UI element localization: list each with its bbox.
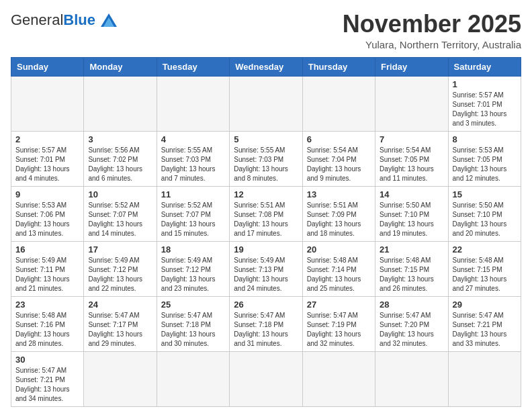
day-number: 12 (234, 189, 298, 199)
calendar-cell: 23Sunrise: 5:48 AM Sunset: 7:16 PM Dayli… (11, 296, 84, 351)
day-info: Sunrise: 5:49 AM Sunset: 7:12 PM Dayligh… (161, 256, 225, 293)
calendar-cell: 7Sunrise: 5:54 AM Sunset: 7:05 PM Daylig… (375, 131, 448, 186)
calendar-cell: 27Sunrise: 5:47 AM Sunset: 7:19 PM Dayli… (302, 296, 375, 351)
calendar-cell: 20Sunrise: 5:48 AM Sunset: 7:14 PM Dayli… (302, 241, 375, 296)
calendar-cell: 4Sunrise: 5:55 AM Sunset: 7:03 PM Daylig… (157, 131, 229, 186)
day-number: 24 (88, 300, 152, 310)
calendar-cell: 14Sunrise: 5:50 AM Sunset: 7:10 PM Dayli… (375, 186, 448, 241)
day-number: 13 (307, 189, 371, 199)
day-number: 22 (453, 244, 517, 255)
calendar-week-row: 23Sunrise: 5:48 AM Sunset: 7:16 PM Dayli… (11, 296, 521, 351)
calendar-cell: 28Sunrise: 5:47 AM Sunset: 7:20 PM Dayli… (375, 296, 448, 351)
day-info: Sunrise: 5:48 AM Sunset: 7:16 PM Dayligh… (15, 311, 79, 349)
logo-icon (98, 11, 120, 30)
day-info: Sunrise: 5:48 AM Sunset: 7:15 PM Dayligh… (380, 256, 443, 293)
calendar-header-monday: Monday (84, 57, 157, 76)
subtitle: Yulara, Northern Territory, Australia (343, 39, 521, 50)
calendar-header-tuesday: Tuesday (157, 57, 229, 76)
day-info: Sunrise: 5:56 AM Sunset: 7:02 PM Dayligh… (88, 146, 152, 183)
calendar-cell (375, 351, 448, 406)
day-info: Sunrise: 5:47 AM Sunset: 7:20 PM Dayligh… (380, 311, 443, 349)
day-info: Sunrise: 5:55 AM Sunset: 7:03 PM Dayligh… (161, 146, 225, 183)
calendar-cell (11, 76, 84, 131)
day-info: Sunrise: 5:47 AM Sunset: 7:18 PM Dayligh… (234, 311, 298, 349)
day-info: Sunrise: 5:53 AM Sunset: 7:06 PM Dayligh… (15, 201, 79, 238)
calendar-cell: 3Sunrise: 5:56 AM Sunset: 7:02 PM Daylig… (84, 131, 157, 186)
title-area: November 2025 Yulara, Northern Territory… (343, 11, 521, 50)
day-number: 8 (453, 134, 517, 144)
calendar-cell: 9Sunrise: 5:53 AM Sunset: 7:06 PM Daylig… (11, 186, 84, 241)
calendar-cell (302, 76, 375, 131)
day-info: Sunrise: 5:50 AM Sunset: 7:10 PM Dayligh… (453, 201, 517, 238)
day-info: Sunrise: 5:47 AM Sunset: 7:18 PM Dayligh… (161, 311, 225, 349)
day-info: Sunrise: 5:47 AM Sunset: 7:21 PM Dayligh… (453, 311, 517, 349)
day-info: Sunrise: 5:54 AM Sunset: 7:05 PM Dayligh… (380, 146, 443, 183)
header: GeneralBlue November 2025 Yulara, Northe… (11, 11, 521, 50)
calendar-cell: 12Sunrise: 5:51 AM Sunset: 7:08 PM Dayli… (230, 186, 302, 241)
calendar-cell (230, 351, 302, 406)
calendar-week-row: 2Sunrise: 5:57 AM Sunset: 7:01 PM Daylig… (11, 131, 521, 186)
day-info: Sunrise: 5:50 AM Sunset: 7:10 PM Dayligh… (380, 201, 443, 238)
calendar-week-row: 1Sunrise: 5:57 AM Sunset: 7:01 PM Daylig… (11, 76, 521, 131)
calendar-cell: 19Sunrise: 5:49 AM Sunset: 7:13 PM Dayli… (230, 241, 302, 296)
day-number: 30 (15, 355, 79, 365)
day-info: Sunrise: 5:52 AM Sunset: 7:07 PM Dayligh… (161, 201, 225, 238)
calendar-week-row: 16Sunrise: 5:49 AM Sunset: 7:11 PM Dayli… (11, 241, 521, 296)
day-number: 6 (307, 134, 371, 144)
day-info: Sunrise: 5:49 AM Sunset: 7:11 PM Dayligh… (15, 256, 79, 293)
day-number: 10 (88, 189, 152, 199)
day-info: Sunrise: 5:54 AM Sunset: 7:04 PM Dayligh… (307, 146, 371, 183)
day-info: Sunrise: 5:49 AM Sunset: 7:12 PM Dayligh… (88, 256, 152, 293)
calendar-cell (84, 351, 157, 406)
calendar-cell (84, 76, 157, 131)
calendar-cell: 29Sunrise: 5:47 AM Sunset: 7:21 PM Dayli… (448, 296, 521, 351)
day-number: 21 (380, 244, 443, 255)
day-number: 4 (161, 134, 225, 144)
calendar-cell: 18Sunrise: 5:49 AM Sunset: 7:12 PM Dayli… (157, 241, 229, 296)
day-number: 1 (453, 79, 517, 89)
calendar-header-wednesday: Wednesday (230, 57, 302, 76)
logo-blue-text: Blue (63, 11, 95, 29)
day-number: 5 (234, 134, 298, 144)
calendar-cell: 26Sunrise: 5:47 AM Sunset: 7:18 PM Dayli… (230, 296, 302, 351)
calendar-cell: 11Sunrise: 5:52 AM Sunset: 7:07 PM Dayli… (157, 186, 229, 241)
calendar-cell: 16Sunrise: 5:49 AM Sunset: 7:11 PM Dayli… (11, 241, 84, 296)
day-number: 2 (15, 134, 79, 144)
calendar-cell: 1Sunrise: 5:57 AM Sunset: 7:01 PM Daylig… (448, 76, 521, 131)
day-number: 23 (15, 300, 79, 310)
calendar-cell: 15Sunrise: 5:50 AM Sunset: 7:10 PM Dayli… (448, 186, 521, 241)
day-info: Sunrise: 5:51 AM Sunset: 7:09 PM Dayligh… (307, 201, 371, 238)
calendar-cell (302, 351, 375, 406)
day-number: 25 (161, 300, 225, 310)
month-title: November 2025 (343, 11, 521, 38)
day-info: Sunrise: 5:47 AM Sunset: 7:19 PM Dayligh… (307, 311, 371, 349)
day-info: Sunrise: 5:52 AM Sunset: 7:07 PM Dayligh… (88, 201, 152, 238)
calendar-cell (375, 76, 448, 131)
calendar-header-thursday: Thursday (302, 57, 375, 76)
day-number: 29 (453, 300, 517, 310)
calendar-cell: 22Sunrise: 5:48 AM Sunset: 7:15 PM Dayli… (448, 241, 521, 296)
day-number: 17 (88, 244, 152, 255)
day-info: Sunrise: 5:57 AM Sunset: 7:01 PM Dayligh… (15, 146, 79, 183)
day-info: Sunrise: 5:48 AM Sunset: 7:15 PM Dayligh… (453, 256, 517, 293)
day-number: 9 (15, 189, 79, 199)
calendar-cell: 30Sunrise: 5:47 AM Sunset: 7:21 PM Dayli… (11, 351, 84, 406)
calendar-cell: 2Sunrise: 5:57 AM Sunset: 7:01 PM Daylig… (11, 131, 84, 186)
day-info: Sunrise: 5:47 AM Sunset: 7:17 PM Dayligh… (88, 311, 152, 349)
calendar-week-row: 30Sunrise: 5:47 AM Sunset: 7:21 PM Dayli… (11, 351, 521, 406)
day-number: 20 (307, 244, 371, 255)
calendar-header-friday: Friday (375, 57, 448, 76)
day-info: Sunrise: 5:55 AM Sunset: 7:03 PM Dayligh… (234, 146, 298, 183)
day-number: 7 (380, 134, 443, 144)
calendar-header-saturday: Saturday (448, 57, 521, 76)
day-number: 28 (380, 300, 443, 310)
day-info: Sunrise: 5:57 AM Sunset: 7:01 PM Dayligh… (453, 91, 517, 128)
day-number: 14 (380, 189, 443, 199)
calendar-header-sunday: Sunday (11, 57, 84, 76)
calendar-cell (230, 76, 302, 131)
day-info: Sunrise: 5:53 AM Sunset: 7:05 PM Dayligh… (453, 146, 517, 183)
calendar-header-row: SundayMondayTuesdayWednesdayThursdayFrid… (11, 57, 521, 76)
day-number: 16 (15, 244, 79, 255)
calendar-cell (448, 351, 521, 406)
calendar-cell: 13Sunrise: 5:51 AM Sunset: 7:09 PM Dayli… (302, 186, 375, 241)
